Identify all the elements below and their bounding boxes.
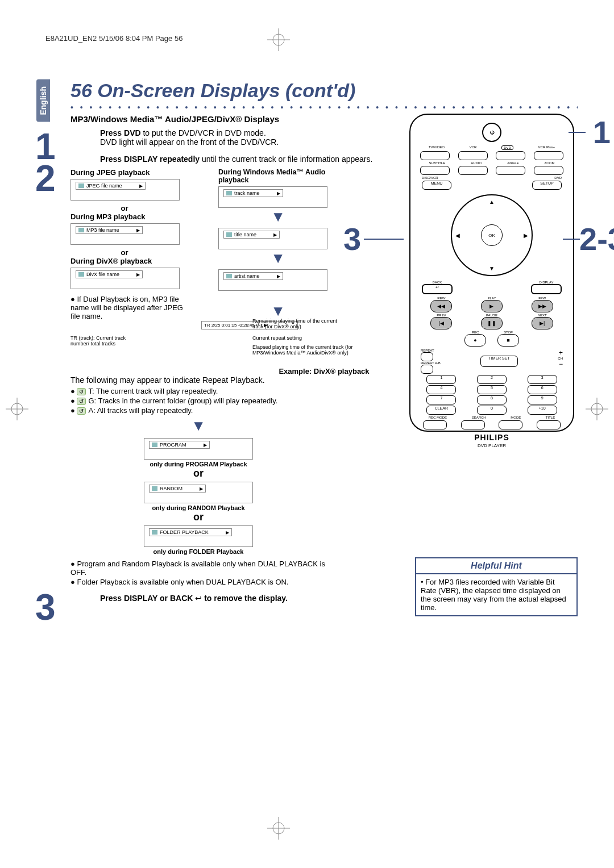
lbl-search: SEARCH <box>472 416 486 419</box>
osd-folder: FOLDER PLAYBACK <box>144 525 253 547</box>
btn-zoom: ZOOM <box>544 161 554 165</box>
remote-row-menu: MENU SETUP <box>416 181 567 190</box>
down-arrow-icon: ▼ <box>218 302 338 320</box>
file-icon <box>78 272 84 277</box>
person-icon <box>226 274 232 278</box>
hint-body: • For MP3 files recorded with Variable B… <box>416 574 576 615</box>
num-5: 5 <box>477 385 507 394</box>
dual-note-text: If Dual Playback is on, MP3 file name wi… <box>70 295 183 320</box>
osd-random: RANDOM <box>144 482 253 503</box>
numpad: 123 456 789 CLEAR0+10 <box>416 375 567 415</box>
btn-subtitle: SUBTITLE <box>429 161 445 165</box>
callout-number-1: 1 <box>593 114 611 151</box>
osd-artist-label: artist name <box>223 272 283 280</box>
num-0: 0 <box>477 406 507 415</box>
arrow-left-icon: ◀ <box>455 232 460 239</box>
ffw-icon: ▶▶ <box>532 300 553 312</box>
callout-remain: Remaining playing time of the current tr… <box>252 318 349 329</box>
callout-tr: TR (track): Current track number/ total … <box>70 335 139 347</box>
repeat-timer-row: REPEAT REPEAT A-B TIMER SET + CH − <box>416 349 567 374</box>
remote-button <box>420 166 450 175</box>
caption-folder: only during FOLDER Playback <box>139 548 258 555</box>
step2-rest: until the current track or file informat… <box>200 155 372 164</box>
repeat-badge-icon: ↺ <box>77 388 86 395</box>
step3-bold: Press DISPLAY or BACK <box>100 594 195 603</box>
head-jpeg: During JPEG playback <box>70 168 190 177</box>
btn-tvvideo: TV/VIDEO <box>429 145 445 150</box>
osd-divx-label: DivX file name <box>76 270 143 278</box>
power-button-icon: ⏻ <box>482 123 501 142</box>
right-column: During Windows Media™ Audio playback tra… <box>218 168 338 329</box>
num-8: 8 <box>477 395 507 404</box>
lbl-recmode: REC MODE <box>429 416 447 419</box>
file-icon <box>78 228 84 232</box>
btn-vcrplus: VCR Plus+ <box>538 145 555 150</box>
play-icon: ▶ <box>481 300 503 312</box>
divider-dots: • • • • • • • • • • • • • • • • • • • • … <box>36 103 578 112</box>
bottom-btn-row <box>416 420 567 429</box>
callout-repeat: Current repeat setting <box>252 335 349 341</box>
indicator-t: T: The current track will play repeatedl… <box>88 387 218 395</box>
bottom-label-row: REC MODE SEARCH MODE TITLE <box>416 416 567 419</box>
head-wma: During Windows Media™ Audio playback <box>218 168 338 184</box>
callout-number-2-3: 2-3 <box>579 220 614 257</box>
remote-row-2: SUBTITLE AUDIO ANGLE ZOOM <box>416 161 567 165</box>
back-icon: ↩ <box>195 594 202 603</box>
osd-jpeg-text: JPEG file name <box>86 183 143 189</box>
prev-icon: |◀ <box>430 317 452 329</box>
osd-program-text: PROGRAM <box>160 442 207 448</box>
model-label: DVD PLAYER <box>416 443 567 448</box>
remote-button <box>458 151 488 160</box>
remote-button <box>461 420 485 429</box>
ch-minus-icon: − <box>558 360 563 368</box>
arrow-up-icon: ▲ <box>489 199 495 205</box>
print-header: E8A21UD_EN2 5/15/06 8:04 PM Page 56 <box>45 34 182 43</box>
disc-icon <box>226 232 232 237</box>
osd-track: track name <box>218 186 327 208</box>
lbl-mode: MODE <box>511 416 521 419</box>
transport-row-1: REW◀◀ PLAY▶ FFW▶▶ <box>416 297 567 312</box>
remote-button <box>496 151 525 160</box>
rew-icon: ◀◀ <box>430 300 452 312</box>
callout-number-3-left: 3 <box>343 220 361 257</box>
remote-button <box>496 166 525 175</box>
caption-program: only during PROGRAM Playback <box>139 461 258 468</box>
hint-body-text: For MP3 files recorded with Variable Bit… <box>421 578 566 612</box>
step1-line2: DVD light will appear on the front of th… <box>100 137 279 147</box>
osd-program: PROGRAM <box>144 438 253 460</box>
lbl-title: TITLE <box>546 416 555 419</box>
playback-mode-blocks: PROGRAM only during PROGRAM Playback or … <box>139 438 258 555</box>
osd-title-text: title name <box>234 232 277 237</box>
step-number-2: 2 <box>35 160 56 197</box>
bottom-bullets: Program and Random Playback is available… <box>70 560 332 586</box>
down-arrow-icon: ▼ <box>139 417 258 435</box>
btn-timer-set: TIMER SET <box>480 356 518 367</box>
stop-icon: ■ <box>497 334 519 347</box>
btn-setup: SETUP <box>532 181 562 190</box>
list-icon <box>152 443 157 447</box>
page-title: 56 On-Screen Displays (cont'd) <box>36 80 578 102</box>
callout-line-23 <box>563 239 580 240</box>
list-icon <box>152 486 157 491</box>
remote-diagram: ⏻ TV/VIDEO VCR DVD VCR Plus+ SUBTITLE AU… <box>409 114 574 432</box>
remote-button <box>458 166 488 175</box>
remote-button <box>534 166 563 175</box>
num-4: 4 <box>426 385 456 394</box>
indicator-a: A: All tracks will play repeatedly. <box>88 406 193 415</box>
or-2: or <box>70 248 179 257</box>
head-mp3: During MP3 playback <box>70 212 190 221</box>
lbl-dvd: DVD <box>554 176 562 180</box>
step1-bold: Press DVD <box>100 128 141 137</box>
file-icon <box>78 183 84 188</box>
num-2: 2 <box>477 375 507 384</box>
hint-title: Helpful Hint <box>416 558 576 574</box>
btn-menu: MENU <box>422 181 451 190</box>
num-3: 3 <box>528 375 557 384</box>
btn-clear: CLEAR <box>426 406 456 415</box>
osd-program-label: PROGRAM <box>149 441 210 449</box>
dual-playback-note: ● If Dual Playback is on, MP3 file name … <box>70 295 190 320</box>
callout-line-1 <box>569 132 586 133</box>
btn-vcr: VCR <box>470 145 477 150</box>
btn-display-highlight <box>531 284 562 294</box>
osd-folder-text: FOLDER PLAYBACK <box>160 529 229 535</box>
